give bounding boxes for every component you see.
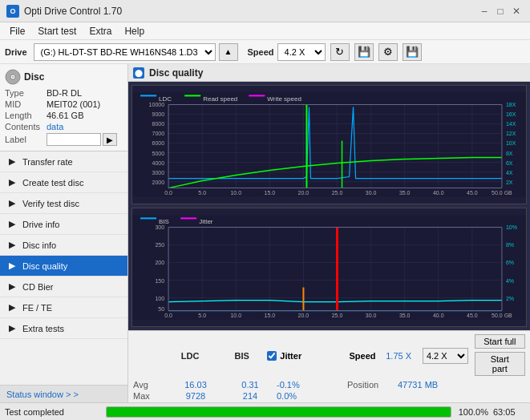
svg-text:4X: 4X (506, 170, 513, 176)
svg-text:0.0: 0.0 (164, 190, 172, 196)
svg-text:14X: 14X (506, 121, 516, 127)
svg-text:5.0: 5.0 (198, 313, 206, 318)
svg-text:40.0: 40.0 (433, 190, 444, 196)
svg-text:2000: 2000 (152, 180, 165, 185)
nav-disc-quality[interactable]: ▶ Disc quality (0, 256, 127, 277)
nav-fe-te[interactable]: ▶ FE / TE (0, 297, 127, 318)
status-window-bar[interactable]: Status window > > (0, 385, 127, 402)
svg-text:25.0: 25.0 (332, 313, 343, 318)
start-full-button[interactable]: Start full (475, 334, 525, 349)
progress-bar-fill (107, 407, 451, 417)
nav-verify-test-disc[interactable]: ▶ Verify test disc (0, 193, 127, 214)
menu-start-test[interactable]: Start test (31, 24, 83, 38)
svg-text:10000: 10000 (149, 102, 165, 107)
stats-position-label: Position (347, 380, 391, 390)
svg-rect-66 (180, 217, 196, 219)
save-icon-btn[interactable]: 💾 (403, 43, 422, 61)
svg-text:150: 150 (155, 278, 164, 284)
nav-create-test-disc[interactable]: ▶ Create test disc (0, 172, 127, 193)
status-window-label: Status window > > (6, 390, 79, 399)
disc-type-value: BD-R DL (47, 88, 82, 98)
disc-info-icon: ▶ (6, 240, 18, 251)
nav-items: ▶ Transfer rate ▶ Create test disc ▶ Ver… (0, 151, 127, 385)
settings-icon-btn[interactable]: ⚙ (378, 43, 398, 61)
svg-text:35.0: 35.0 (399, 190, 411, 196)
nav-drive-info[interactable]: ▶ Drive info (0, 214, 127, 235)
svg-rect-3 (132, 92, 526, 196)
maximize-button[interactable]: □ (493, 4, 508, 18)
disc-label-key: Label (5, 135, 47, 144)
svg-text:4%: 4% (506, 278, 514, 284)
sidebar: Disc Type BD-R DL MID MEIT02 (001) Lengt… (0, 64, 128, 402)
svg-text:10X: 10X (506, 141, 516, 147)
svg-text:8000: 8000 (152, 121, 165, 127)
svg-text:8%: 8% (506, 242, 514, 248)
svg-point-2 (12, 76, 14, 78)
title-bar-controls: – □ ✕ (477, 4, 524, 18)
disc-type-label: Type (5, 88, 47, 98)
refresh-button[interactable]: ↻ (330, 43, 350, 61)
disc-contents-value: data (47, 122, 63, 131)
svg-rect-63 (132, 215, 526, 319)
eject-button[interactable]: ▲ (219, 43, 238, 61)
stats-speed-value: 1.75 X (386, 351, 416, 361)
stats-header-speed: Speed (350, 351, 380, 361)
svg-text:10%: 10% (506, 224, 517, 230)
title-bar: O Opti Drive Control 1.70 – □ ✕ (0, 0, 530, 22)
disc-icon-btn[interactable]: 💾 (354, 43, 374, 61)
svg-text:10.0: 10.0 (230, 190, 241, 196)
disc-length-label: Length (5, 111, 47, 120)
stats-avg-label: Avg (133, 380, 161, 390)
disc-header: Disc (5, 69, 123, 85)
stats-max-bis: 214 (230, 391, 270, 401)
nav-transfer-rate[interactable]: ▶ Transfer rate (0, 151, 127, 172)
speed-select[interactable]: 4.2 X (277, 43, 326, 61)
nav-cd-bier[interactable]: ▶ CD Bier (0, 277, 127, 297)
nav-disc-quality-label: Disc quality (22, 261, 67, 271)
stats-buttons: Start full Start part (475, 334, 525, 378)
stats-max-label: Max (133, 391, 161, 401)
menu-extra[interactable]: Extra (83, 24, 118, 38)
start-part-button[interactable]: Start part (475, 352, 525, 376)
disc-label-row: Label ▶ (5, 133, 123, 146)
disc-quality-icon: ▶ (6, 260, 18, 272)
progress-bar-container (106, 406, 451, 418)
disc-header-label: Disc (24, 71, 44, 83)
minimize-button[interactable]: – (477, 4, 492, 18)
svg-text:18X: 18X (506, 102, 516, 107)
menu-file[interactable]: File (3, 24, 31, 38)
main-content: ⬤ Disc quality LDC Read speed Write spee… (128, 64, 530, 402)
jitter-checkbox[interactable] (267, 351, 277, 361)
svg-text:Jitter: Jitter (199, 218, 213, 225)
svg-text:15.0: 15.0 (265, 313, 276, 318)
nav-extra-tests-label: Extra tests (22, 324, 64, 333)
disc-contents-label: Contents (5, 122, 47, 131)
nav-disc-info[interactable]: ▶ Disc info (0, 235, 127, 256)
extra-tests-icon: ▶ (6, 323, 18, 334)
svg-rect-6 (184, 95, 200, 96)
menu-help[interactable]: Help (118, 24, 151, 38)
disc-mid-label: MID (5, 99, 47, 109)
stats-speed-select[interactable]: 4.2 X (423, 348, 468, 364)
disc-label-button[interactable]: ▶ (103, 133, 117, 146)
stats-max-row: Max 9728 214 0.0% (133, 391, 525, 401)
stats-header-row: LDC BIS Jitter Speed 1.75 X 4.2 X Start … (133, 334, 525, 378)
svg-text:Read speed: Read speed (203, 95, 237, 103)
svg-text:Write speed: Write speed (267, 95, 301, 103)
drive-select[interactable]: (G:) HL-DT-ST BD-RE WH16NS48 1.D3 (34, 43, 216, 61)
stats-avg-ldc: 16.03 (168, 380, 224, 390)
close-button[interactable]: ✕ (509, 4, 524, 18)
svg-text:5.0: 5.0 (198, 190, 206, 196)
svg-text:7000: 7000 (152, 131, 165, 136)
disc-label-input[interactable] (47, 133, 101, 146)
nav-fe-te-label: FE / TE (22, 303, 52, 313)
svg-text:40.0: 40.0 (433, 313, 444, 318)
stats-header-bis: BIS (223, 351, 261, 361)
transfer-rate-icon: ▶ (6, 156, 18, 168)
svg-text:35.0: 35.0 (399, 313, 411, 318)
chart2-panel: BIS Jitter (131, 208, 527, 327)
nav-extra-tests[interactable]: ▶ Extra tests (0, 318, 127, 339)
fe-te-icon: ▶ (6, 302, 18, 313)
cd-bier-icon: ▶ (6, 281, 18, 293)
stats-avg-jitter: -0.1% (277, 380, 341, 390)
